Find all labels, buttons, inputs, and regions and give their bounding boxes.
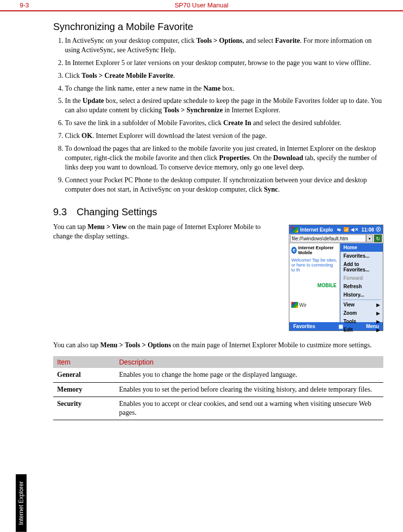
ie-logo-icon: e bbox=[291, 247, 297, 254]
mock-time: 11:08 bbox=[361, 227, 374, 233]
dropdown-icon[interactable]: ▾ bbox=[366, 234, 373, 242]
item-security: Security bbox=[53, 397, 115, 420]
desc-memory: Enables you to set the period before cle… bbox=[115, 382, 383, 397]
mock-address-bar: ▾ ↻ bbox=[289, 234, 383, 243]
section-93-para2: You can also tap Menu > Tools > Options … bbox=[53, 341, 383, 350]
status-icons: ⇆ 📶 ◀✕ bbox=[337, 227, 359, 232]
step-3: Click Tools > Create Mobile Favorite. bbox=[65, 71, 383, 81]
chevron-right-icon: ▶ bbox=[376, 302, 380, 307]
menu-view[interactable]: View▶ bbox=[341, 300, 383, 309]
mock-page-body: e Internet Explorer Mobile Welcome! Tap … bbox=[289, 243, 340, 322]
chapter-tab: Internet Explorer bbox=[16, 474, 27, 532]
page-content: Synchronizing a Mobile Favorite In Activ… bbox=[0, 11, 403, 420]
ie-brand: e Internet Explorer Mobile bbox=[291, 245, 338, 255]
menu-forward: Forward bbox=[341, 274, 383, 282]
windows-flag-icon bbox=[291, 302, 298, 308]
mock-app-title: Internet Explo bbox=[300, 227, 333, 233]
menu-favorites[interactable]: Favorites... bbox=[341, 252, 383, 260]
item-general: General bbox=[53, 368, 115, 382]
page-number: 9-3 bbox=[20, 1, 29, 9]
table-header-row: Item Description bbox=[53, 356, 383, 368]
start-flag-icon bbox=[291, 227, 298, 233]
step-6: To save the link in a subfolder of Mobil… bbox=[65, 119, 383, 128]
menu-zoom[interactable]: Zoom▶ bbox=[341, 309, 383, 317]
section-93-para1: You can tap Menu > View on the main page… bbox=[53, 223, 279, 241]
go-icon[interactable]: ↻ bbox=[374, 234, 382, 242]
mock-windows-label: Wir bbox=[291, 302, 338, 308]
table-row: Memory Enables you to set the period bef… bbox=[53, 382, 383, 397]
item-memory: Memory bbox=[53, 382, 115, 397]
step-5: In the Update box, select a desired upda… bbox=[65, 97, 383, 115]
menu-history[interactable]: History... bbox=[341, 291, 383, 299]
section-93-heading: 9.3 Changing Settings bbox=[53, 206, 383, 218]
menu-refresh[interactable]: Refresh bbox=[341, 282, 383, 291]
sync-heading: Synchronizing a Mobile Favorite bbox=[53, 21, 383, 33]
col-item: Item bbox=[53, 356, 115, 368]
table-row: Security Enables you to accept or clear … bbox=[53, 397, 383, 420]
page-header: 9-3 SP70 User Manual bbox=[0, 0, 403, 11]
table-row: General Enables you to change the home p… bbox=[53, 368, 383, 382]
menu-home[interactable]: Home bbox=[341, 243, 383, 252]
step-7: Click OK. Internet Explorer will downloa… bbox=[65, 132, 383, 141]
softkey-favorites[interactable]: Favorites bbox=[293, 324, 315, 329]
col-description: Description bbox=[115, 356, 383, 368]
desc-general: Enables you to change the home page or t… bbox=[115, 368, 383, 382]
ok-icon: ⓧ bbox=[376, 226, 381, 233]
mock-mobile-label: MOBILE bbox=[291, 283, 338, 288]
options-table: Item Description General Enables you to … bbox=[53, 356, 383, 420]
mock-url-input[interactable] bbox=[290, 234, 366, 242]
mock-welcome-text: Welcome! Tap be sites, or here to connec… bbox=[291, 258, 338, 273]
chevron-right-icon: ▶ bbox=[376, 319, 380, 324]
step-4: To change the link name, enter a new nam… bbox=[65, 84, 383, 94]
desc-security: Enables you to accept or clear cookies, … bbox=[115, 397, 383, 420]
chevron-right-icon: ▶ bbox=[376, 311, 380, 316]
softkey-menu[interactable]: Menu bbox=[366, 324, 379, 329]
step-8: To download the pages that are linked to… bbox=[65, 144, 383, 172]
sync-steps: In ActiveSync on your desktop computer, … bbox=[53, 36, 383, 194]
step-1: In ActiveSync on your desktop computer, … bbox=[65, 36, 383, 55]
step-2: In Internet Explorer 5 or later versions… bbox=[65, 59, 383, 68]
menu-add-favorites[interactable]: Add to Favorites... bbox=[341, 260, 383, 274]
keyboard-icon[interactable]: ▦ bbox=[339, 324, 343, 329]
mock-titlebar: Internet Explo ⇆ 📶 ◀✕ 11:08 ⓧ bbox=[289, 225, 383, 234]
device-screenshot: Internet Explo ⇆ 📶 ◀✕ 11:08 ⓧ ▾ ↻ e Inte… bbox=[289, 225, 383, 331]
manual-title: SP70 User Manual bbox=[0, 1, 403, 9]
mock-context-menu: Home Favorites... Add to Favorites... Fo… bbox=[340, 243, 383, 322]
step-9: Connect your Pocket PC Phone to the desk… bbox=[65, 176, 383, 195]
